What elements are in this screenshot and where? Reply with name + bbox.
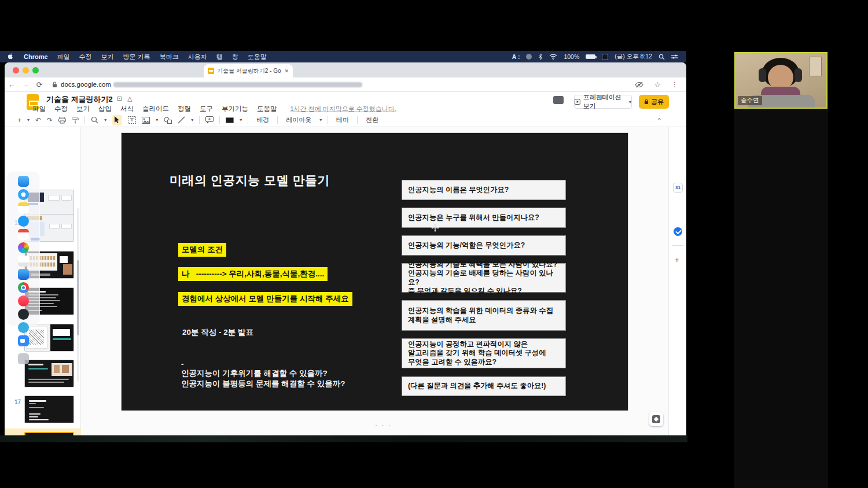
timing-text[interactable]: 20분 작성 - 2분 발표: [182, 327, 253, 338]
move-folder-icon[interactable]: ⊡: [117, 95, 122, 102]
insert-line-button[interactable]: [178, 116, 185, 124]
insert-shape-button[interactable]: [164, 117, 172, 124]
preview-eye-off-icon[interactable]: [635, 82, 643, 88]
transition-button[interactable]: 전환: [363, 114, 381, 125]
question-box-2[interactable]: 인공지능은 누구를 위해서 만들어지나요?: [402, 208, 566, 228]
new-slide-dropdown-icon[interactable]: ▾: [27, 117, 30, 123]
control-center-icon[interactable]: [671, 54, 678, 60]
explore-button[interactable]: [649, 412, 663, 426]
add-addon-button[interactable]: +: [675, 256, 679, 264]
collapse-toolbar-icon[interactable]: ^: [658, 117, 686, 124]
highlight-start-from-experience[interactable]: 경험에서 상상에서 모델 만들기를 시작해 주세요: [178, 292, 352, 306]
battery-icon[interactable]: [586, 54, 595, 59]
slides-menu-edit[interactable]: 수정: [54, 105, 68, 113]
dock-icon-trash[interactable]: [18, 353, 29, 364]
menu-help[interactable]: 도움말: [248, 53, 267, 61]
footer-line-2[interactable]: 인공지능이 불평등의 문제를 해결할 수 있을까?: [181, 379, 345, 389]
apple-logo-icon[interactable]: [8, 53, 14, 61]
print-button[interactable]: [58, 117, 66, 124]
menubar-app-name[interactable]: Chrome: [24, 53, 48, 60]
question-box-5[interactable]: 인공지능의 학습을 위한 데이터의 종류와 수집 계획을 설명해 주세요: [402, 300, 566, 331]
bookmark-star-icon[interactable]: ☆: [654, 80, 661, 89]
layout-button[interactable]: 레이아웃: [284, 114, 314, 125]
share-button[interactable]: 공유: [639, 95, 669, 109]
spotlight-search-icon[interactable]: [659, 54, 665, 60]
calendar-panel-icon[interactable]: 31: [673, 183, 683, 193]
last-edited-link[interactable]: 1시간 전에 마지막으로 수정했습니다.: [290, 105, 396, 113]
notes-resize-handle[interactable]: · · ·: [375, 421, 392, 429]
menu-edit[interactable]: 수정: [79, 53, 92, 61]
present-dropdown-icon[interactable]: ▾: [629, 99, 631, 105]
slide-title[interactable]: 미래의 인공지능 모델 만들기: [170, 172, 330, 188]
browser-tab[interactable]: 기술을 저글링하기2 - Google Slid ✕: [204, 64, 293, 77]
background-fill-button[interactable]: [226, 117, 234, 123]
slides-menu-slide[interactable]: 슬라이드: [142, 105, 169, 113]
highlight-me-to-society[interactable]: 나 ----------> 우리,사회,동물,식물,환경....: [178, 267, 328, 281]
dock-icon-telegram[interactable]: [18, 322, 29, 333]
paint-format-button[interactable]: [72, 117, 79, 124]
question-box-3[interactable]: 인공지능의 기능/역할은 무엇인가요?: [402, 235, 566, 256]
insert-image-button[interactable]: [142, 117, 150, 124]
dock-icon-notes[interactable]: [18, 202, 29, 213]
slide-thumbnail[interactable]: [24, 360, 74, 387]
dock-icon-photos[interactable]: [18, 242, 29, 253]
menu-history[interactable]: 방문 기록: [123, 53, 150, 61]
slides-menu-addons[interactable]: 부가기능: [222, 105, 248, 113]
layout-dropdown-icon[interactable]: ▾: [319, 117, 322, 123]
star-document-icon[interactable]: ☆: [106, 95, 112, 102]
redo-button[interactable]: ↷: [47, 116, 53, 124]
dock-icon-finder[interactable]: [18, 176, 29, 187]
ssl-lock-icon[interactable]: [52, 82, 57, 88]
maximize-window-button[interactable]: [32, 67, 39, 73]
dock-icon-github[interactable]: [18, 309, 29, 320]
line-dropdown-icon[interactable]: ▾: [191, 117, 193, 123]
participant-tile-active[interactable]: 송수연: [734, 52, 827, 109]
url-host[interactable]: docs.google.com: [61, 81, 111, 88]
dock-icon-chrome[interactable]: [18, 282, 29, 293]
footer-line-1[interactable]: 인공지능이 기후위기를 해결할 수 있을까?: [181, 368, 328, 379]
slides-menu-format[interactable]: 서식: [120, 105, 134, 113]
background-button[interactable]: 배경: [254, 114, 271, 125]
menu-view[interactable]: 보기: [101, 53, 114, 61]
comment-history-icon[interactable]: [553, 96, 564, 104]
slides-menu-view[interactable]: 보기: [76, 105, 90, 113]
new-slide-button[interactable]: +: [17, 116, 21, 124]
zoom-dropdown-icon[interactable]: ▾: [104, 117, 106, 123]
zoom-button[interactable]: [91, 116, 98, 124]
slides-menu-file[interactable]: 파일: [32, 105, 46, 113]
current-slide[interactable]: 미래의 인공지능 모델 만들기 모델의 조건 나 ----------> 우리,…: [122, 133, 628, 416]
dash-text[interactable]: -: [181, 360, 184, 368]
slides-menu-insert[interactable]: 삽입: [98, 105, 112, 113]
theme-button[interactable]: 테마: [334, 114, 351, 125]
image-dropdown-icon[interactable]: ▾: [156, 117, 158, 123]
present-button[interactable]: 프레젠테이션 보기 ▾: [574, 95, 632, 109]
slide-thumbnail[interactable]: [24, 395, 74, 423]
undo-button[interactable]: ↶: [35, 116, 41, 124]
minimize-window-button[interactable]: [23, 67, 29, 73]
menu-tab[interactable]: 탭: [216, 53, 223, 61]
status-circle-icon[interactable]: [526, 54, 532, 60]
adobe-cc-icon[interactable]: A :: [512, 53, 520, 60]
wifi-icon[interactable]: [549, 54, 557, 60]
menu-file[interactable]: 파일: [57, 53, 70, 61]
browser-menu-icon[interactable]: ⋮: [671, 80, 678, 88]
insert-comment-button[interactable]: [205, 116, 214, 124]
reload-button[interactable]: ⟳: [32, 80, 46, 89]
slides-menu-tools[interactable]: 도구: [200, 105, 213, 113]
dock-icon-safari[interactable]: [18, 189, 29, 200]
bluetooth-icon[interactable]: [538, 53, 543, 60]
fill-dropdown-icon[interactable]: ▾: [240, 117, 242, 123]
dock-icon-reminders[interactable]: [18, 256, 29, 267]
slides-menu-help[interactable]: 도움말: [257, 105, 277, 113]
select-tool-button[interactable]: [112, 115, 122, 125]
dock-icon-keynote[interactable]: [18, 269, 29, 280]
cloud-status-icon[interactable]: △: [127, 95, 132, 102]
dock-icon-music[interactable]: [18, 295, 29, 306]
slide-thumbnail[interactable]: [24, 324, 74, 352]
forward-button[interactable]: →: [19, 80, 32, 89]
status-app-icon[interactable]: [602, 54, 608, 60]
menu-window[interactable]: 창: [232, 53, 238, 61]
menubar-clock[interactable]: (금) 오후 8:12: [615, 53, 652, 61]
question-box-7[interactable]: (다른 질문과 의견을 추가해 주셔도 좋아요!): [402, 376, 566, 396]
question-box-1[interactable]: 인공지능의 이름은 무엇인가요?: [402, 180, 566, 200]
